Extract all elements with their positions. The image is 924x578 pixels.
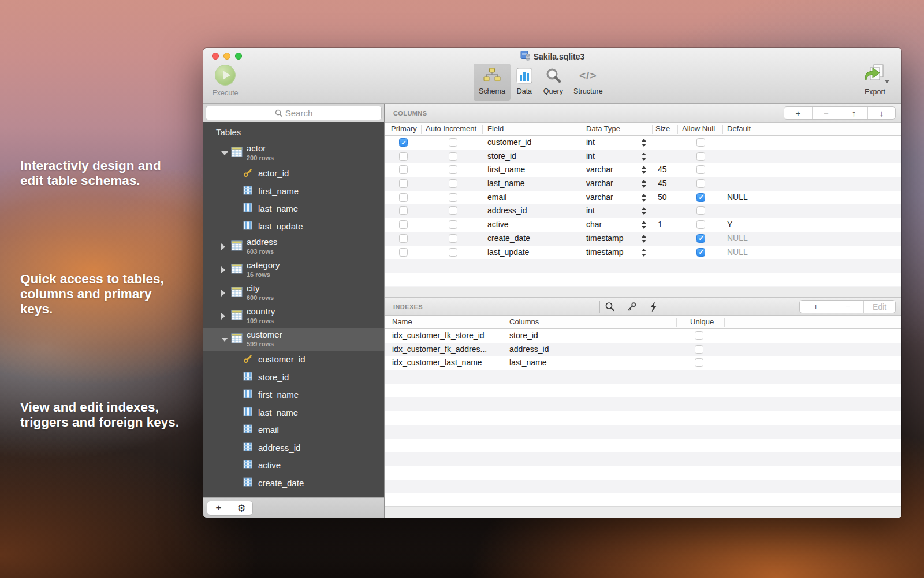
data-type-cell[interactable]: varchar	[586, 192, 637, 202]
sidebar-tree-item[interactable]: customer_id	[203, 351, 384, 369]
columns-action-button[interactable]: +	[784, 107, 812, 119]
primary-checkbox[interactable]	[399, 220, 408, 229]
field-name-cell[interactable]: active	[487, 220, 583, 229]
index-name-cell[interactable]: idx_customer_fk_store_id	[392, 331, 505, 340]
tab-schema[interactable]: Schema	[474, 64, 511, 101]
field-name-cell[interactable]: last_update	[487, 247, 583, 257]
sidebar-tree-item[interactable]: first_name	[203, 183, 384, 201]
field-name-cell[interactable]: address_id	[487, 206, 583, 215]
columns-action-button[interactable]: ↓	[867, 107, 895, 119]
auto-increment-checkbox[interactable]	[449, 138, 457, 147]
index-columns-cell[interactable]: last_name	[509, 358, 636, 367]
column-row[interactable]: email varchar 50 NULL	[385, 191, 901, 205]
sidebar-tree-item[interactable]: store_id	[203, 369, 384, 387]
primary-checkbox[interactable]	[399, 179, 408, 188]
column-row[interactable]: last_update timestamp NULL	[385, 246, 901, 260]
field-name-cell[interactable]: store_id	[487, 151, 583, 161]
data-type-cell[interactable]: timestamp	[586, 234, 637, 243]
column-row[interactable]: active char 1 Y	[385, 218, 901, 232]
indexes-tab[interactable]	[602, 300, 617, 314]
auto-increment-checkbox[interactable]	[449, 193, 457, 202]
primary-checkbox[interactable]	[399, 138, 408, 147]
auto-increment-checkbox[interactable]	[449, 152, 457, 161]
auto-increment-checkbox[interactable]	[449, 179, 457, 188]
sidebar-tree-item[interactable]: address_id	[203, 439, 384, 457]
data-type-stepper[interactable]	[641, 138, 647, 147]
sidebar-tree-item[interactable]: country 109 rows	[203, 305, 384, 328]
primary-checkbox[interactable]	[399, 206, 408, 215]
data-type-cell[interactable]: varchar	[586, 165, 637, 174]
size-cell[interactable]: 45	[658, 165, 681, 174]
column-row[interactable]: address_id int	[385, 204, 901, 218]
tab-query[interactable]: Query	[538, 64, 568, 101]
data-type-cell[interactable]: varchar	[586, 179, 637, 188]
sidebar-tree-item[interactable]: actor 200 rows	[203, 142, 384, 165]
data-type-cell[interactable]: timestamp	[586, 247, 637, 257]
data-type-cell[interactable]: int	[586, 138, 637, 147]
data-type-stepper[interactable]	[641, 234, 647, 243]
size-cell[interactable]: 45	[658, 179, 681, 188]
data-type-stepper[interactable]	[641, 248, 647, 257]
default-cell[interactable]: NULL	[727, 192, 796, 202]
sidebar-tree-item[interactable]: last_name	[203, 404, 384, 422]
sidebar-tree-item[interactable]: email	[203, 421, 384, 439]
sidebar-tree-item[interactable]: category 16 rows	[203, 258, 384, 281]
data-type-stepper[interactable]	[641, 220, 647, 229]
size-cell[interactable]: 50	[658, 192, 681, 202]
allow-null-checkbox[interactable]	[696, 152, 705, 161]
column-row[interactable]: customer_id int	[385, 136, 901, 150]
column-row[interactable]: store_id int	[385, 150, 901, 164]
disclosure-collapsed-icon[interactable]	[221, 243, 225, 250]
field-name-cell[interactable]: customer_id	[487, 138, 583, 147]
primary-checkbox[interactable]	[399, 193, 408, 202]
index-columns-cell[interactable]: store_id	[509, 331, 636, 340]
disclosure-collapsed-icon[interactable]	[221, 266, 225, 273]
sidebar-tree-item[interactable]: create_date	[203, 475, 384, 492]
data-type-cell[interactable]: char	[586, 220, 637, 229]
auto-increment-checkbox[interactable]	[449, 248, 457, 257]
allow-null-checkbox[interactable]	[696, 138, 705, 147]
sidebar-tree-item[interactable]: city 600 rows	[203, 281, 384, 305]
allow-null-checkbox[interactable]	[696, 234, 705, 243]
auto-increment-checkbox[interactable]	[449, 220, 457, 229]
sidebar-tree-item[interactable]: actor_id	[203, 165, 384, 183]
sidebar-tree-item[interactable]: first_name	[203, 386, 384, 404]
index-name-cell[interactable]: idx_customer_fk_addres...	[392, 344, 505, 354]
data-type-cell[interactable]: int	[586, 206, 637, 215]
index-row[interactable]: idx_customer_fk_store_id store_id	[385, 329, 901, 343]
primary-checkbox[interactable]	[399, 248, 408, 257]
allow-null-checkbox[interactable]	[696, 220, 705, 229]
execute-button[interactable]: Execute	[210, 64, 240, 97]
sidebar-tree-item[interactable]: last_update	[203, 218, 384, 236]
data-type-stepper[interactable]	[641, 193, 647, 202]
sidebar-tree-item[interactable]: last_name	[203, 200, 384, 218]
disclosure-collapsed-icon[interactable]	[221, 290, 225, 297]
column-row[interactable]: create_date timestamp NULL	[385, 232, 901, 246]
default-cell[interactable]: NULL	[727, 234, 796, 243]
default-cell[interactable]: NULL	[727, 247, 796, 257]
column-row[interactable]: last_name varchar 45	[385, 177, 901, 191]
column-row[interactable]: first_name varchar 45	[385, 163, 901, 177]
field-name-cell[interactable]: last_name	[487, 179, 583, 188]
data-type-stepper[interactable]	[641, 165, 647, 175]
index-row[interactable]: idx_customer_fk_addres... address_id	[385, 343, 901, 357]
data-type-stepper[interactable]	[641, 152, 647, 161]
auto-increment-checkbox[interactable]	[449, 234, 457, 243]
allow-null-checkbox[interactable]	[696, 206, 705, 215]
index-columns-cell[interactable]: address_id	[509, 344, 636, 354]
search-input[interactable]: Search	[206, 106, 382, 120]
data-type-stepper[interactable]	[641, 206, 647, 216]
data-type-stepper[interactable]	[641, 179, 647, 188]
data-type-cell[interactable]: int	[586, 151, 637, 161]
index-name-cell[interactable]: idx_customer_last_name	[392, 358, 505, 367]
unique-checkbox[interactable]	[695, 331, 703, 340]
tab-structure[interactable]: </> Structure	[568, 64, 608, 101]
allow-null-checkbox[interactable]	[696, 248, 705, 257]
unique-checkbox[interactable]	[695, 345, 703, 354]
disclosure-expanded-icon[interactable]	[221, 151, 228, 155]
gear-icon[interactable]: ⚙	[230, 501, 252, 515]
allow-null-checkbox[interactable]	[696, 165, 705, 174]
allow-null-checkbox[interactable]	[696, 179, 705, 188]
indexes-action-button[interactable]: Edit	[863, 301, 895, 313]
sidebar-tree-item[interactable]: address 603 rows	[203, 235, 384, 258]
